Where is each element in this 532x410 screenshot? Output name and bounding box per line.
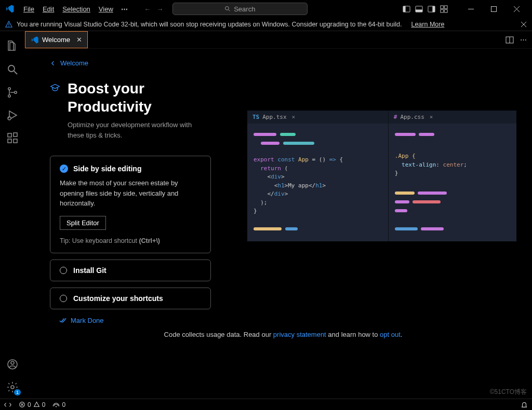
privacy-statement-link[interactable]: privacy statement (273, 331, 326, 338)
editor-area: Welcome ✕ ⋯ Welcome (25, 31, 532, 399)
check-circle-icon: ✓ (60, 165, 68, 173)
activity-settings-icon[interactable]: 1 (0, 376, 25, 399)
svg-line-1 (229, 10, 230, 11)
svg-rect-11 (444, 9, 447, 12)
svg-point-17 (8, 25, 9, 26)
card-title: Side by side editing (73, 165, 141, 173)
vscode-logo-icon (5, 4, 15, 13)
activity-search-icon[interactable] (0, 58, 25, 81)
nav-forward-icon[interactable]: → (155, 4, 165, 14)
notification-text: You are running Visual Studio Code 32-bi… (17, 21, 402, 28)
check-all-icon (59, 317, 66, 324)
title-bar: File Edit Selection View ⋯ ← → Search (0, 0, 532, 18)
tab-title: Welcome (42, 36, 70, 44)
layout-controls (402, 5, 448, 13)
svg-point-24 (15, 91, 17, 93)
tab-welcome[interactable]: Welcome ✕ (25, 31, 88, 48)
tab-close-icon[interactable]: ✕ (76, 36, 82, 44)
preview-pane-tsx: TS App.tsx × export const App = () => { … (247, 111, 389, 241)
svg-rect-7 (432, 6, 435, 11)
command-center[interactable]: Search (172, 3, 308, 15)
svg-rect-28 (14, 139, 17, 143)
window-close-icon[interactable] (505, 1, 528, 17)
privacy-notice: Code collects usage data. Read our priva… (50, 324, 516, 347)
activity-bar: 1 (0, 31, 25, 399)
svg-rect-27 (8, 139, 11, 143)
nav-back-icon[interactable]: ← (142, 4, 153, 14)
page-subtitle: Optimize your development workflow with … (68, 120, 203, 140)
notification-close-icon[interactable] (521, 21, 527, 28)
notification-learn-more[interactable]: Learn More (411, 21, 444, 28)
toggle-panel-icon[interactable] (415, 5, 423, 13)
circle-icon (60, 267, 67, 274)
card-customize-shortcuts[interactable]: Customize your shortcuts (50, 288, 211, 309)
status-bar: 0 0 0 (0, 399, 532, 410)
search-icon (224, 6, 231, 12)
toggle-primary-sidebar-icon[interactable] (402, 5, 410, 13)
svg-rect-26 (8, 133, 11, 137)
svg-point-23 (8, 95, 10, 97)
remote-indicator[interactable] (4, 401, 11, 408)
activity-explorer-icon[interactable] (0, 35, 25, 58)
menu-file[interactable]: File (20, 3, 38, 15)
search-placeholder: Search (234, 5, 255, 13)
svg-rect-10 (440, 9, 443, 12)
tab-bar: Welcome ✕ ⋯ (25, 31, 532, 49)
activity-extensions-icon[interactable] (0, 127, 25, 149)
card-tip: Tip: Use keyboard shortcut (Ctrl+\) (60, 237, 201, 244)
breadcrumb-label: Welcome (60, 59, 88, 67)
card-title: Customize your shortcuts (73, 294, 163, 303)
chevron-left-icon (50, 60, 56, 66)
svg-line-21 (14, 71, 17, 74)
svg-rect-5 (415, 9, 422, 12)
svg-point-20 (8, 65, 15, 72)
svg-rect-9 (444, 5, 447, 8)
window-minimize-icon[interactable] (459, 1, 482, 17)
problems-status[interactable]: 0 0 (19, 401, 45, 408)
svg-point-38 (56, 406, 57, 407)
opt-out-link[interactable]: opt out (380, 331, 401, 338)
split-editor-right-icon[interactable] (506, 36, 514, 44)
vscode-tab-icon (31, 36, 39, 44)
breadcrumb-back[interactable]: Welcome (50, 59, 516, 67)
preview-pane-css: # App.css × .App { text-align: center; } (389, 111, 516, 241)
card-body: Make the most of your screen estate by o… (60, 178, 201, 209)
activity-accounts-icon[interactable] (0, 353, 25, 376)
card-install-git[interactable]: Install Git (50, 259, 211, 281)
warning-icon (5, 21, 12, 28)
svg-point-32 (11, 386, 14, 389)
circle-icon (60, 295, 67, 302)
window-maximize-icon[interactable] (482, 1, 505, 17)
menu-selection[interactable]: Selection (59, 3, 94, 15)
window-controls (459, 1, 528, 17)
welcome-page: Welcome Boost yourProductivity Optimize … (25, 49, 532, 399)
activity-run-debug-icon[interactable] (0, 104, 25, 127)
settings-badge: 1 (14, 389, 21, 395)
menu-edit[interactable]: Edit (39, 3, 58, 15)
ports-status[interactable]: 0 (52, 401, 65, 408)
svg-point-31 (11, 361, 14, 364)
toggle-secondary-sidebar-icon[interactable] (427, 5, 435, 13)
card-side-by-side[interactable]: ✓ Side by side editing Make the most of … (50, 156, 211, 253)
notifications-status-icon[interactable] (521, 401, 528, 408)
card-title: Install Git (73, 266, 107, 275)
menu-bar: File Edit Selection View ⋯ (20, 3, 131, 15)
svg-rect-8 (440, 5, 443, 8)
svg-rect-29 (14, 133, 17, 136)
svg-point-22 (8, 88, 10, 90)
notification-banner: You are running Visual Studio Code 32-bi… (0, 18, 532, 31)
menu-more-icon[interactable]: ⋯ (118, 3, 131, 15)
customize-layout-icon[interactable] (440, 5, 448, 13)
activity-source-control-icon[interactable] (0, 81, 25, 104)
nav-arrows: ← → (142, 4, 165, 14)
graduation-cap-icon (50, 83, 60, 93)
split-editor-button[interactable]: Split Editor (60, 216, 106, 230)
svg-rect-3 (403, 6, 405, 11)
preview-illustration: TS App.tsx × export const App = () => { … (247, 111, 516, 241)
svg-point-0 (225, 7, 229, 10)
page-heading: Boost yourProductivity (68, 79, 203, 116)
mark-done-link[interactable]: Mark Done (59, 317, 227, 324)
more-actions-icon[interactable]: ⋯ (520, 36, 527, 44)
svg-rect-13 (491, 6, 496, 11)
menu-view[interactable]: View (95, 3, 117, 15)
